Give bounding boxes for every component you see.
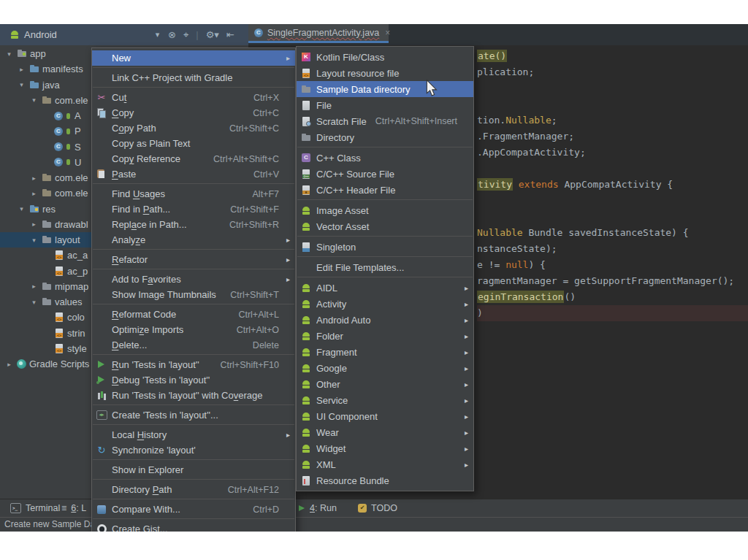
menu-item-new[interactable]: New▸	[92, 50, 295, 66]
menu-item-aidl[interactable]: AIDL▸	[297, 280, 473, 296]
menu-item-xml[interactable]: XML▸	[297, 456, 473, 472]
tree-item-label: mipmap	[55, 281, 88, 292]
menu-item-label: Local History	[112, 429, 275, 440]
menu-separator	[93, 354, 294, 355]
menu-item-analyze[interactable]: Analyze▸	[92, 232, 295, 248]
menu-item-vector-asset[interactable]: Vector Asset	[297, 218, 473, 234]
menu-item-wear[interactable]: Wear▸	[297, 424, 473, 440]
code-text: ) {	[528, 259, 545, 270]
kotlin-icon	[302, 53, 310, 61]
menu-item-create-gist[interactable]: Create Gist...	[92, 521, 295, 532]
menu-item-fragment[interactable]: Fragment▸	[297, 344, 473, 360]
menu-item-copy-path[interactable]: Copy PathCtrl+Shift+C	[92, 120, 295, 136]
menu-item-run-tests-in-layout-with-coverage[interactable]: Run 'Tests in 'layout'' with Coverage	[92, 388, 295, 403]
menu-item-c-class[interactable]: C++ Class	[297, 150, 473, 166]
menu-item-ui-component[interactable]: UI Component▸	[297, 408, 473, 424]
menu-item-directory-path[interactable]: Directory PathCtrl+Alt+F12	[92, 482, 295, 497]
tree-item-label: layout	[55, 234, 80, 245]
toolwindow-button-logcat[interactable]: ≡6: L	[61, 499, 86, 517]
editor-tab[interactable]: SingleFragmentActivity.java ×	[248, 24, 389, 43]
menu-item-resource-bundle[interactable]: Resource Bundle	[297, 472, 473, 488]
menu-item-copy[interactable]: CopyCtrl+C	[92, 105, 295, 120]
menu-item-activity[interactable]: Activity▸	[297, 296, 473, 312]
menu-item-c-c-header-file[interactable]: C/C++ Header File	[297, 182, 473, 198]
menu-item-debug-tests-in-layout[interactable]: Debug 'Tests in 'layout''	[92, 372, 295, 388]
menu-item-icon-slot	[300, 299, 312, 309]
menu-item-cut[interactable]: ✂CutCtrl+X	[92, 90, 295, 105]
menu-item-copy-as-plain-text[interactable]: Copy as Plain Text	[92, 136, 295, 151]
menu-item-show-image-thumbnails[interactable]: Show Image ThumbnailsCtrl+Shift+T	[92, 287, 295, 302]
menu-item-copy-reference[interactable]: Copy ReferenceCtrl+Alt+Shift+C	[92, 151, 295, 166]
menu-item-scratch-file[interactable]: Scratch FileCtrl+Alt+Shift+Insert	[297, 113, 473, 129]
menu-separator	[297, 147, 473, 147]
tree-item-label: colo	[67, 312, 85, 323]
menu-item-label: Image Asset	[316, 205, 453, 216]
hide-panel-icon[interactable]: ⇤	[226, 24, 234, 45]
menu-item-icon-slot	[300, 153, 312, 163]
tree-item-label: P	[75, 126, 81, 137]
menu-item-other[interactable]: Other▸	[297, 376, 473, 392]
submenu-arrow-icon: ▸	[283, 236, 290, 244]
toolwindow-button-todo[interactable]: TODO	[358, 499, 397, 517]
android-icon	[302, 284, 310, 292]
folder-icon	[42, 235, 52, 245]
menu-item-file[interactable]: File	[297, 97, 473, 113]
menu-item-icon-slot	[96, 505, 107, 515]
cut-icon: ✂	[98, 92, 106, 103]
tree-item-label: strin	[67, 328, 85, 339]
xml-file-icon	[54, 250, 64, 260]
menu-item-label: Run 'Tests in 'layout''	[112, 359, 215, 370]
menu-item-add-to-favorites[interactable]: Add to Favorites▸	[92, 272, 295, 287]
menu-item-directory[interactable]: Directory	[297, 129, 473, 145]
menu-item-singleton[interactable]: Singleton	[297, 239, 473, 255]
menu-item-compare-with[interactable]: Compare With...Ctrl+D	[92, 502, 295, 517]
menu-item-google[interactable]: Google▸	[297, 360, 473, 376]
menu-item-widget[interactable]: Widget▸	[297, 440, 473, 456]
menu-item-label: Layout resource file	[316, 68, 453, 79]
menu-item-layout-resource-file[interactable]: Layout resource file	[297, 65, 473, 81]
code-line: nstanceState);	[477, 241, 748, 257]
copy-icon	[96, 108, 107, 118]
menu-item-c-c-source-file[interactable]: C/C++ Source File	[297, 166, 473, 182]
menu-item-edit-file-templates[interactable]: Edit File Templates...	[297, 259, 473, 275]
menu-item-refactor[interactable]: Refactor▸	[92, 252, 295, 267]
module-selector[interactable]: Android ▾	[10, 24, 159, 45]
submenu-arrow-icon: ▸	[462, 396, 468, 404]
menu-item-icon-slot	[300, 132, 312, 142]
menu-item-show-in-explorer[interactable]: Show in Explorer	[92, 462, 295, 477]
menu-item-optimize-imports[interactable]: Optimize ImportsCtrl+Alt+O	[92, 322, 295, 337]
menu-item-icon-slot	[300, 363, 312, 373]
submenu-arrow-icon: ▸	[462, 300, 468, 308]
menu-item-delete[interactable]: Delete...Delete	[92, 337, 295, 353]
menu-item-folder[interactable]: Folder▸	[297, 328, 473, 344]
menu-item-image-asset[interactable]: Image Asset	[297, 202, 473, 218]
menu-item-icon-slot	[300, 100, 312, 110]
menu-item-sample-data-directory[interactable]: Sample Data directory	[297, 81, 473, 97]
toolwindow-button-label: 4: Run	[310, 503, 337, 513]
settings-gear-icon[interactable]: ⚙▾	[206, 24, 219, 45]
menu-item-link-c-project-with-gradle[interactable]: Link C++ Project with Gradle	[92, 70, 295, 85]
menu-item-run-tests-in-layout[interactable]: Run 'Tests in 'layout''Ctrl+Shift+F10	[92, 357, 295, 372]
tree-item-label: Gradle Scripts	[29, 358, 89, 369]
close-icon[interactable]: ×	[385, 28, 390, 38]
menu-item-paste[interactable]: PasteCtrl+V	[92, 166, 295, 182]
menu-item-replace-in-path[interactable]: Replace in Path...Ctrl+Shift+R	[92, 217, 295, 232]
compress-empty-packages-icon[interactable]: ⊗	[168, 24, 176, 45]
compare-icon	[97, 505, 106, 514]
menu-item-synchronize-layout[interactable]: ↻Synchronize 'layout'	[92, 442, 295, 458]
menu-item-reformat-code[interactable]: Reformat CodeCtrl+Alt+L	[92, 307, 295, 322]
menu-item-kotlin-file-class[interactable]: Kotlin File/Class	[297, 49, 473, 65]
visibility-icon	[66, 112, 72, 120]
toolwindow-button-run[interactable]: 4: Run	[298, 499, 337, 517]
menu-item-create-tests-in-layout[interactable]: Create 'Tests in 'layout''...	[92, 407, 295, 423]
menu-item-find-in-path[interactable]: Find in Path...Ctrl+Shift+F	[92, 202, 295, 217]
menu-item-android-auto[interactable]: Android Auto▸	[297, 312, 473, 328]
menu-item-find-usages[interactable]: Find UsagesAlt+F7	[92, 186, 295, 202]
menu-item-service[interactable]: Service▸	[297, 392, 473, 408]
tree-item-label: ac_a	[67, 250, 88, 261]
menu-separator	[297, 256, 473, 257]
menu-item-local-history[interactable]: Local History▸	[92, 427, 295, 442]
menu-item-label: Delete...	[112, 340, 248, 350]
toolwindow-button-terminal[interactable]: Terminal	[10, 499, 60, 517]
locate-icon[interactable]: ⌖	[183, 24, 188, 45]
